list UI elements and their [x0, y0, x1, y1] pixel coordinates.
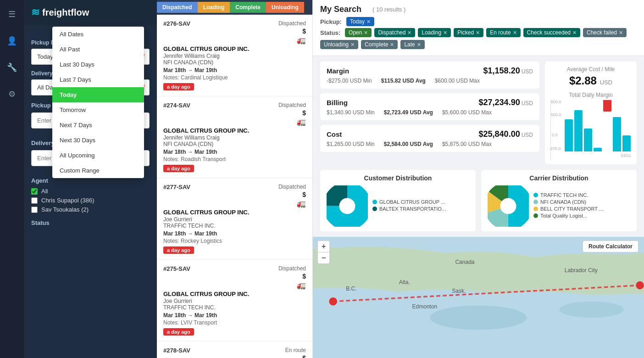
- search-results: ( 10 results ): [372, 6, 405, 13]
- tag-picked-close[interactable]: ✕: [476, 30, 480, 36]
- card-notes: Notes: Cardinal Logistique: [163, 74, 306, 81]
- customer-dist-title: Customer Distribution: [327, 174, 469, 182]
- status-dispatched[interactable]: Dispatched: [157, 2, 198, 13]
- settings-icon[interactable]: ⚙: [3, 85, 21, 103]
- agent-chris-label: Chris Supapol (386): [41, 197, 94, 204]
- tag-today-close[interactable]: ✕: [366, 19, 371, 25]
- agent-all-checkbox[interactable]: [31, 188, 38, 195]
- bar-group: [565, 100, 631, 160]
- agent-all-label: All: [41, 188, 48, 195]
- right-panel: My Search ( 10 results ) Pickup: Today ✕…: [313, 0, 644, 358]
- tag-today-label: Today: [350, 18, 365, 25]
- table-row[interactable]: #276-SAV Dispatched $ 🚛 GLOBAL CITRUS GR…: [157, 15, 312, 96]
- card-carrier: NFI CANADA (CDN): [163, 141, 306, 147]
- date-dropdown[interactable]: All Dates All Past Last 30 Days Last 7 D…: [52, 27, 144, 178]
- table-row[interactable]: #274-SAV Dispatched $ 🚛 GLOBAL CITRUS GR…: [157, 96, 312, 178]
- dropdown-next-30[interactable]: Next 30 Days: [52, 133, 144, 148]
- dropdown-custom-range[interactable]: Custom Range: [52, 163, 144, 178]
- status-section-title: Status: [31, 219, 150, 226]
- chart-date-label: 03/21: [565, 153, 631, 158]
- agent-sav-checkbox[interactable]: [31, 207, 38, 213]
- cost-value: $25,840.00USD: [479, 129, 533, 139]
- filter-row-status: Status: Open ✕ Dispatched ✕ Loading ✕ Pi…: [320, 28, 637, 49]
- time-badge: a day ago: [163, 83, 194, 90]
- billing-block: Billing $27,234.90USD $1,340.90 USD Min …: [320, 93, 539, 120]
- bar-1: [565, 119, 573, 151]
- tag-dispatched[interactable]: Dispatched ✕: [374, 28, 415, 37]
- dropdown-next-7[interactable]: Next 7 Days: [52, 117, 144, 133]
- agent-chris-checkbox[interactable]: [31, 197, 38, 204]
- tag-late[interactable]: Late ✕: [400, 40, 424, 49]
- bar-4: [594, 148, 602, 151]
- dropdown-tomorrow[interactable]: Tomorrow: [52, 102, 144, 117]
- avg-cost-chart: Average Cost / Mile $2.88 USD Total Dail…: [545, 62, 637, 164]
- card-notes: Notes: Roadish Transport: [163, 156, 306, 162]
- zoom-in-button[interactable]: +: [318, 241, 329, 252]
- card-route: Mar 18th → Mar 19th: [163, 67, 306, 73]
- filter-row-pickup: Pickup: Today ✕: [320, 17, 637, 26]
- tag-open-close[interactable]: ✕: [364, 30, 368, 36]
- dropdown-all-upcoming[interactable]: All Upcoming: [52, 148, 144, 163]
- app-name: freightflow: [42, 7, 89, 18]
- tag-complete[interactable]: Complete ✕: [361, 40, 398, 49]
- card-status: Dispatched: [278, 184, 306, 190]
- card-agent: Jennifer Williams Craig: [163, 134, 306, 141]
- card-carrier: NFI CANADA (CDN): [163, 59, 306, 66]
- legend-item: NFI CANADA (CDN): [533, 199, 603, 205]
- tag-picked[interactable]: Picked ✕: [454, 28, 483, 37]
- tag-check-failed[interactable]: Check failed ✕: [583, 28, 627, 37]
- menu-icon[interactable]: ☰: [3, 6, 21, 23]
- zoom-out-button[interactable]: −: [318, 252, 329, 263]
- dropdown-all-past[interactable]: All Past: [52, 42, 144, 57]
- legend-label: TRAFFIC TECH INC.: [540, 192, 588, 198]
- dropdown-today[interactable]: Today: [52, 87, 144, 102]
- table-row[interactable]: #275-SAV Dispatched $ 🚛 GLOBAL CITRUS GR…: [157, 260, 312, 341]
- tag-en-route-close[interactable]: ✕: [513, 30, 517, 36]
- carrier-distribution: Carrier Distribution TRAFFIC TE: [481, 170, 637, 231]
- cost-avg: $2,584.00 USD Avg: [384, 141, 433, 147]
- card-agent: Joe Gurrieri: [163, 298, 306, 304]
- bar-3: [584, 129, 592, 151]
- billing-max: $5,600.00 USD Max: [442, 109, 492, 116]
- legend-item: BELL CITY TRANSPORT ...: [533, 206, 603, 212]
- tag-late-close[interactable]: ✕: [417, 42, 421, 48]
- tag-en-route[interactable]: En route ✕: [486, 28, 520, 37]
- status-bar: Dispatched Loading Complete Unloading: [157, 0, 312, 15]
- card-carrier: TRAFFIC TECH INC.: [163, 223, 306, 229]
- tag-open[interactable]: Open ✕: [345, 28, 372, 37]
- card-carrier: TRAFFIC TECH INC.: [163, 304, 306, 311]
- time-badge: a day ago: [163, 246, 194, 254]
- dropdown-last-7[interactable]: Last 7 Days: [52, 72, 144, 87]
- tools-icon[interactable]: 🔧: [3, 59, 21, 76]
- dropdown-last-30[interactable]: Last 30 Days: [52, 57, 144, 72]
- cost-max: $5,875.00 USD Max: [442, 141, 492, 147]
- status-complete[interactable]: Complete: [230, 2, 266, 13]
- route-calculator-button[interactable]: Route Calculator: [583, 241, 638, 252]
- tag-today[interactable]: Today ✕: [346, 17, 374, 26]
- tag-unloading[interactable]: Unloading ✕: [320, 40, 358, 49]
- tag-loading[interactable]: Loading ✕: [418, 28, 451, 37]
- table-row[interactable]: #278-SAV En route $ 🚛 GLOBAL CITRUS GROU…: [157, 341, 312, 358]
- billing-min: $1,340.90 USD Min: [327, 109, 375, 116]
- billing-label: Billing: [327, 99, 348, 106]
- status-unloading[interactable]: Unloading: [266, 2, 304, 13]
- time-badge: a day ago: [163, 165, 194, 172]
- user-icon[interactable]: 👤: [3, 32, 21, 50]
- dropdown-all-dates[interactable]: All Dates: [52, 27, 144, 42]
- tag-check-failed-close[interactable]: ✕: [619, 30, 623, 36]
- tag-check-succeeded-close[interactable]: ✕: [572, 30, 577, 36]
- tag-dispatched-close[interactable]: ✕: [407, 30, 411, 36]
- card-status: Dispatched: [278, 265, 306, 272]
- agent-chris-row: Chris Supapol (386): [31, 197, 150, 204]
- tag-loading-close[interactable]: ✕: [443, 30, 447, 36]
- tag-check-succeeded[interactable]: Check succeeded ✕: [523, 28, 580, 37]
- card-id: #277-SAV: [163, 184, 190, 190]
- y-label-0: 0.0: [552, 133, 558, 137]
- card-dollar: $: [302, 273, 306, 280]
- truck-icon: 🚛: [297, 36, 306, 45]
- tag-complete-close[interactable]: ✕: [390, 42, 394, 48]
- table-row[interactable]: #277-SAV Dispatched $ 🚛 GLOBAL CITRUS GR…: [157, 178, 312, 260]
- carrier-dist-content: TRAFFIC TECH INC. NFI CANADA (CDN) BELL …: [488, 185, 630, 227]
- tag-unloading-close[interactable]: ✕: [350, 42, 355, 48]
- status-loading[interactable]: Loading: [198, 2, 230, 13]
